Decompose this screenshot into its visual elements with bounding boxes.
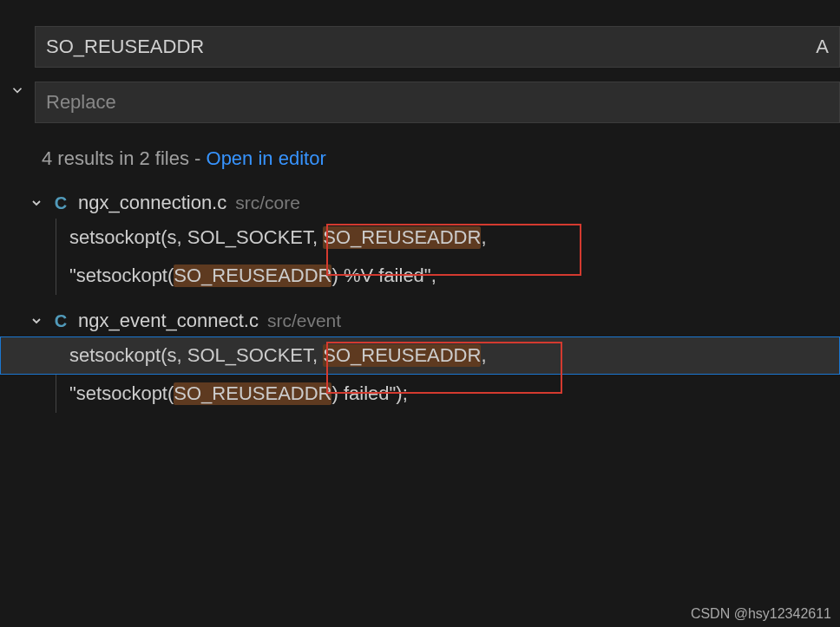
result-pre: setsockopt(s, SOL_SOCKET, [69,226,323,249]
replace-input-row [35,82,840,123]
search-result-line[interactable]: setsockopt(s, SOL_SOCKET, SO_REUSEADDR, [0,219,840,257]
file-name: ngx_event_connect.c [78,310,259,332]
chevron-down-icon [28,194,45,212]
result-match: SO_REUSEADDR [323,226,481,249]
file-group: C ngx_connection.c src/core setsockopt(s… [0,187,840,295]
search-result-line[interactable]: "setsockopt(SO_REUSEADDR) failed"); [0,375,840,413]
c-file-icon: C [52,311,69,331]
toggle-replace-icon[interactable] [7,80,28,101]
search-result-line[interactable]: "setsockopt(SO_REUSEADDR) %V failed", [0,257,840,295]
file-header[interactable]: C ngx_event_connect.c src/event [0,305,840,336]
indent-guide [56,219,56,257]
result-post: ) failed"); [331,382,407,405]
result-pre: "setsockopt( [69,382,174,405]
result-post: , [481,226,486,249]
file-path: src/event [267,310,341,331]
result-match: SO_REUSEADDR [174,265,331,287]
result-match: SO_REUSEADDR [174,382,331,405]
search-input[interactable] [46,36,809,58]
file-path: src/core [235,193,300,213]
result-pre: "setsockopt( [69,265,174,287]
indent-guide [56,257,56,295]
open-in-editor-link[interactable]: Open in editor [207,147,326,169]
search-result-line[interactable]: setsockopt(s, SOL_SOCKET, SO_REUSEADDR, [0,336,840,375]
case-sensitive-icon[interactable]: A [809,36,829,58]
results-summary: 4 results in 2 files - Open in editor [42,147,840,170]
results-count-text: 4 results in 2 files - [42,147,207,169]
chevron-down-icon [28,312,45,330]
replace-input[interactable] [46,91,829,114]
file-name: ngx_connection.c [78,192,226,214]
result-post: , [481,344,486,367]
search-input-row: A [35,26,840,68]
result-post: ) %V failed", [331,265,436,287]
c-file-icon: C [52,193,69,213]
file-group: C ngx_event_connect.c src/event setsocko… [0,305,840,413]
watermark: CSDN @hsy12342611 [691,606,831,622]
result-pre: setsockopt(s, SOL_SOCKET, [69,344,323,367]
result-match: SO_REUSEADDR [323,344,481,367]
file-header[interactable]: C ngx_connection.c src/core [0,187,840,219]
results-list: C ngx_connection.c src/core setsockopt(s… [0,187,840,413]
indent-guide [56,375,56,413]
